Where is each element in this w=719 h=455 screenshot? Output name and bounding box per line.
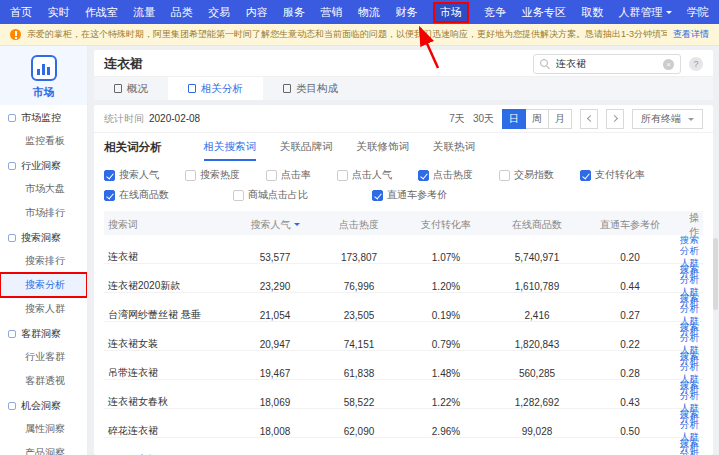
- cell-pay-conversion: 2.96%: [402, 426, 490, 437]
- header-search-term[interactable]: 搜索词: [104, 218, 234, 232]
- nav-item-business-zone[interactable]: 业务专区: [522, 0, 566, 24]
- cell-click-heat: 74,151: [316, 339, 402, 350]
- checkbox-icon[interactable]: [233, 190, 244, 201]
- tab-related-analysis[interactable]: 相关分析: [168, 77, 263, 100]
- sidebar-group-crowd-insight[interactable]: 客群洞察: [0, 321, 87, 345]
- header-ztc-price[interactable]: 直通车参考价: [584, 218, 676, 232]
- row-search-analysis-link[interactable]: 搜索分析: [680, 322, 699, 344]
- sidebar-group-search-insight[interactable]: 搜索洞察: [0, 225, 87, 249]
- table-body: 连衣裙 53,577 173,807 1.07% 5,740,971 0.20 …: [104, 235, 703, 455]
- checkbox-icon[interactable]: [499, 170, 510, 181]
- cell-search-term[interactable]: 连衣裙女春秋: [104, 395, 234, 409]
- nav-item-trade[interactable]: 交易: [208, 0, 230, 24]
- nav-item-data-fetch[interactable]: 取数: [581, 0, 603, 24]
- checkbox-icon[interactable]: [580, 170, 591, 181]
- sidebar-group-opportunity-insight[interactable]: 机会洞察: [0, 393, 87, 417]
- keyword-search-box[interactable]: ×: [533, 54, 681, 74]
- cell-search-term[interactable]: 吊带连衣裙: [104, 366, 234, 380]
- sidebar-item-crowd-perspective[interactable]: 客群透视: [0, 369, 87, 393]
- checkbox-icon[interactable]: [418, 170, 429, 181]
- row-search-analysis-link[interactable]: 搜索分析: [680, 235, 699, 257]
- row-search-analysis-link[interactable]: 搜索分析: [680, 438, 699, 455]
- checkbox-icon[interactable]: [372, 190, 383, 201]
- sidebar-group-market-monitor[interactable]: 市场监控: [0, 105, 87, 129]
- nav-item-market[interactable]: 市场: [433, 2, 469, 23]
- subtab-related-search-words[interactable]: 相关搜索词: [204, 134, 257, 161]
- keyword-search-input[interactable]: [556, 59, 658, 70]
- period-month-button[interactable]: 月: [548, 109, 572, 129]
- checkbox-icon[interactable]: [104, 190, 115, 201]
- filter-pay-conversion[interactable]: 支付转化率: [580, 168, 645, 182]
- row-search-analysis-link[interactable]: 搜索分析: [680, 264, 699, 286]
- sidebar-item-search-ranking[interactable]: 搜索排行: [0, 249, 87, 273]
- nav-item-content[interactable]: 内容: [246, 0, 268, 24]
- cell-search-term[interactable]: 碎花连衣裙: [104, 424, 234, 438]
- notice-detail-link[interactable]: 查看详情: [673, 28, 709, 41]
- nav-item-service[interactable]: 服务: [283, 0, 305, 24]
- header-search-popularity[interactable]: 搜索人气: [234, 218, 316, 232]
- cell-online-products: 1,282,692: [490, 397, 584, 408]
- range-7d-button[interactable]: 7天: [449, 112, 465, 126]
- nav-item-traffic[interactable]: 流量: [133, 0, 155, 24]
- header-online-products[interactable]: 在线商品数: [490, 218, 584, 232]
- cell-search-term[interactable]: 连衣裙: [104, 250, 234, 264]
- sidebar-item-market-overview[interactable]: 市场大盘: [0, 177, 87, 201]
- filter-mall-click-ratio[interactable]: 商城点击占比: [233, 188, 308, 202]
- clear-search-icon[interactable]: ×: [663, 59, 674, 70]
- sidebar-item-attribute-insight[interactable]: 属性洞察: [0, 417, 87, 441]
- terminal-dropdown[interactable]: 所有终端: [632, 109, 703, 129]
- nav-item-home[interactable]: 首页: [10, 0, 32, 24]
- subtab-modifier-words[interactable]: 关联修饰词: [357, 134, 410, 161]
- nav-item-war-room[interactable]: 作战室: [85, 0, 118, 24]
- nav-item-crowd-management[interactable]: 人群管理: [619, 0, 672, 24]
- tab-overview[interactable]: 概况: [94, 77, 168, 100]
- filter-click-popularity[interactable]: 点击人气: [337, 168, 392, 182]
- prev-date-button[interactable]: [580, 109, 598, 129]
- checkbox-icon[interactable]: [337, 170, 348, 181]
- filter-click-heat[interactable]: 点击热度: [418, 168, 473, 182]
- sidebar-item-product-insight[interactable]: 产品洞察: [0, 441, 87, 455]
- nav-item-competition[interactable]: 竞争: [484, 0, 506, 24]
- cell-search-term[interactable]: 连衣裙2020新款: [104, 279, 234, 293]
- cell-online-products: 99,028: [490, 426, 584, 437]
- period-day-button[interactable]: 日: [502, 109, 526, 129]
- cell-search-term[interactable]: 台湾网纱蕾丝裙 悬垂: [104, 308, 234, 322]
- sidebar-item-industry-crowd[interactable]: 行业客群: [0, 345, 87, 369]
- nav-item-logistics[interactable]: 物流: [358, 0, 380, 24]
- filter-trade-index[interactable]: 交易指数: [499, 168, 554, 182]
- filter-click-rate[interactable]: 点击率: [266, 168, 311, 182]
- tab-category-composition[interactable]: 类目构成: [263, 77, 358, 100]
- cell-ztc-price: 0.43: [584, 397, 676, 408]
- sidebar-item-monitor-board[interactable]: 监控看板: [0, 129, 87, 153]
- sidebar-item-search-analysis[interactable]: 搜索分析: [0, 273, 87, 297]
- row-search-analysis-link[interactable]: 搜索分析: [680, 351, 699, 373]
- sidebar-group-industry-insight[interactable]: 行业洞察: [0, 153, 87, 177]
- filter-ztc-price[interactable]: 直通车参考价: [372, 188, 447, 202]
- range-30d-button[interactable]: 30天: [473, 112, 494, 126]
- row-search-analysis-link[interactable]: 搜索分析: [680, 380, 699, 402]
- header-pay-conversion[interactable]: 支付转化率: [402, 218, 490, 232]
- subtab-brand-words[interactable]: 关联品牌词: [280, 134, 333, 161]
- nav-item-category[interactable]: 品类: [171, 0, 193, 24]
- row-search-analysis-link[interactable]: 搜索分析: [680, 409, 699, 431]
- scrollbar[interactable]: [713, 238, 718, 310]
- sidebar-item-market-ranking[interactable]: 市场排行: [0, 201, 87, 225]
- help-icon[interactable]: ?: [689, 57, 703, 71]
- nav-item-realtime[interactable]: 实时: [47, 0, 69, 24]
- nav-item-finance[interactable]: 财务: [395, 0, 417, 24]
- checkbox-icon[interactable]: [104, 170, 115, 181]
- checkbox-icon[interactable]: [185, 170, 196, 181]
- filter-search-heat[interactable]: 搜索热度: [185, 168, 240, 182]
- cell-search-term[interactable]: 连衣裙女装: [104, 337, 234, 351]
- period-week-button[interactable]: 周: [525, 109, 549, 129]
- next-date-button[interactable]: [606, 109, 624, 129]
- row-search-analysis-link[interactable]: 搜索分析: [680, 293, 699, 315]
- nav-item-academy[interactable]: 学院: [687, 0, 709, 24]
- header-click-heat[interactable]: 点击热度: [316, 218, 402, 232]
- nav-item-marketing[interactable]: 营销: [321, 0, 343, 24]
- checkbox-icon[interactable]: [266, 170, 277, 181]
- filter-search-popularity[interactable]: 搜索人气: [104, 168, 159, 182]
- sidebar-item-search-crowd[interactable]: 搜索人群: [0, 297, 87, 321]
- filter-online-products[interactable]: 在线商品数: [104, 188, 169, 202]
- subtab-hot-words[interactable]: 关联热词: [433, 134, 475, 161]
